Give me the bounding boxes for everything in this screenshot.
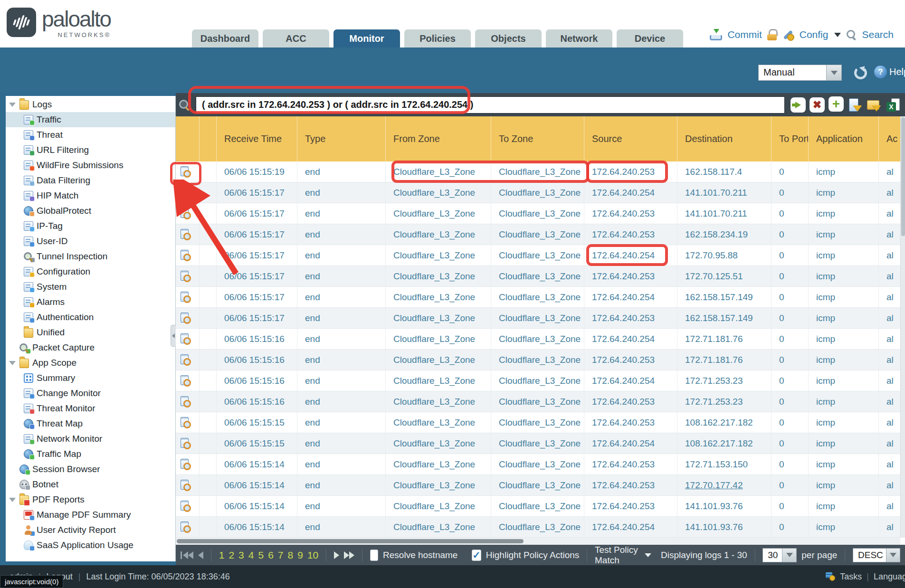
page-number[interactable]: 9	[297, 550, 303, 561]
sort-order-arrow-icon[interactable]	[886, 549, 900, 562]
refresh-icon[interactable]	[854, 66, 867, 79]
sidebar-item[interactable]: App Scope	[6, 355, 175, 370]
sidebar-item[interactable]: Logs	[6, 97, 175, 112]
tab-monitor[interactable]: Monitor	[333, 29, 400, 47]
table-row[interactable]: 06/06 15:15:16 end Cloudflare_L3_Zone Cl…	[176, 391, 900, 412]
sidebar-item[interactable]: Authentication	[6, 310, 175, 325]
last-page-button[interactable]	[344, 551, 354, 559]
sidebar-item[interactable]: Network Monitor	[6, 431, 175, 446]
table-row[interactable]: 06/06 15:15:17 end Cloudflare_L3_Zone Cl…	[176, 245, 900, 266]
refresh-mode-arrow-icon[interactable]	[826, 65, 841, 80]
sort-order-select[interactable]: DESC	[853, 548, 900, 562]
sidebar-item[interactable]: Threat	[6, 127, 175, 142]
table-row[interactable]: 06/06 15:15:15 end Cloudflare_L3_Zone Cl…	[176, 433, 900, 454]
sidebar-item[interactable]: PDF Reports	[6, 492, 175, 507]
tasks-button[interactable]: Tasks	[840, 572, 862, 582]
sidebar-item[interactable]: URL Filtering	[6, 142, 175, 158]
sidebar-item[interactable]: Botnet	[6, 477, 175, 492]
page-number[interactable]: 5	[258, 550, 264, 561]
page-number[interactable]: 4	[248, 550, 254, 561]
previous-page-button[interactable]	[198, 551, 203, 559]
sidebar-item[interactable]: Traffic Map	[6, 446, 175, 462]
table-row[interactable]: 06/06 15:15:17 end Cloudflare_L3_Zone Cl…	[176, 266, 900, 287]
table-row[interactable]: 06/06 15:15:17 end Cloudflare_L3_Zone Cl…	[176, 203, 900, 224]
column-from-zone[interactable]: From Zone	[386, 116, 491, 161]
commit-button[interactable]: Commit	[727, 29, 762, 40]
page-number[interactable]: 2	[229, 550, 234, 561]
table-row[interactable]: 06/06 15:15:17 end Cloudflare_L3_Zone Cl…	[176, 308, 900, 329]
sidebar-item[interactable]: Tunnel Inspection	[6, 249, 175, 264]
sidebar-item[interactable]: Configuration	[6, 264, 175, 279]
sidebar-item[interactable]: HIP Match	[6, 188, 175, 203]
table-row[interactable]: 06/06 15:15:16 end Cloudflare_L3_Zone Cl…	[176, 329, 900, 350]
table-row[interactable]: 06/06 15:15:17 end Cloudflare_L3_Zone Cl…	[176, 224, 900, 245]
column-type[interactable]: Type	[297, 116, 386, 161]
sidebar-item[interactable]: IP-Tag	[6, 218, 175, 234]
expander-icon[interactable]	[9, 103, 16, 107]
log-detail-icon[interactable]	[181, 480, 191, 491]
tab-device[interactable]: Device	[617, 29, 683, 47]
per-page-arrow-icon[interactable]	[782, 549, 796, 562]
sidebar-item[interactable]: WildFire Submissions	[6, 158, 175, 173]
log-detail-icon[interactable]	[181, 229, 191, 240]
sidebar-item[interactable]: Data Filtering	[6, 173, 175, 188]
sidebar-item[interactable]: Threat Map	[6, 416, 175, 431]
table-row[interactable]: 06/06 15:15:14 end Cloudflare_L3_Zone Cl…	[176, 454, 900, 475]
sidebar-item[interactable]: SaaS Application Usage	[6, 538, 175, 553]
log-detail-icon[interactable]	[181, 459, 191, 470]
log-detail-icon[interactable]	[181, 501, 191, 512]
config-button[interactable]: Config	[800, 29, 829, 40]
log-detail-icon[interactable]	[181, 292, 191, 303]
sidebar-item[interactable]: Summary	[6, 370, 175, 386]
horizontal-scrollbar-thumb[interactable]	[177, 539, 524, 543]
sidebar-collapse-handle[interactable]	[171, 325, 176, 347]
sidebar-item[interactable]: User Activity Report	[6, 522, 175, 538]
add-filter-button[interactable]: +	[829, 96, 844, 112]
column-receive-time[interactable]: Receive Time	[217, 116, 297, 161]
page-number[interactable]: 1	[219, 550, 225, 561]
resolve-hostname-checkbox[interactable]	[370, 550, 378, 561]
log-detail-icon[interactable]	[181, 333, 191, 345]
table-row[interactable]: 06/06 15:15:14 end Cloudflare_L3_Zone Cl…	[176, 517, 900, 538]
table-row[interactable]: 06/06 15:15:14 end Cloudflare_L3_Zone Cl…	[176, 475, 900, 496]
log-detail-icon[interactable]	[181, 313, 191, 324]
sidebar-item[interactable]: Session Browser	[6, 462, 175, 477]
tab-dashboard[interactable]: Dashboard	[192, 29, 258, 47]
sidebar-item[interactable]: Threat Monitor	[6, 401, 175, 416]
column-application[interactable]: Application	[809, 116, 879, 161]
clear-filter-button[interactable]: ✖	[810, 97, 825, 113]
table-row[interactable]: 06/06 15:15:19 end Cloudflare_L3_Zone Cl…	[176, 161, 900, 182]
sidebar-item[interactable]: Change Monitor	[6, 386, 175, 401]
apply-filter-button[interactable]	[791, 97, 806, 113]
column-source[interactable]: Source	[584, 116, 677, 161]
language-button[interactable]: Language	[874, 572, 905, 582]
table-row[interactable]: 06/06 15:15:16 end Cloudflare_L3_Zone Cl…	[176, 370, 900, 391]
column-to-port[interactable]: To Port	[772, 116, 809, 161]
sidebar-item[interactable]: Alarms	[6, 294, 175, 310]
log-detail-icon[interactable]	[181, 250, 191, 261]
table-row[interactable]: 06/06 15:15:15 end Cloudflare_L3_Zone Cl…	[176, 412, 900, 433]
page-number[interactable]: 3	[238, 550, 244, 561]
log-detail-icon[interactable]	[181, 438, 191, 449]
help-icon[interactable]	[874, 66, 887, 78]
highlight-policy-actions-checkbox[interactable]	[472, 550, 481, 561]
column-action[interactable]: Ac	[879, 116, 900, 161]
lock-icon[interactable]	[767, 29, 777, 40]
log-detail-icon[interactable]	[181, 396, 191, 408]
log-detail-icon[interactable]	[181, 166, 191, 178]
sidebar-item[interactable]: User-ID	[6, 234, 175, 249]
table-row[interactable]: 06/06 15:15:17 end Cloudflare_L3_Zone Cl…	[176, 287, 900, 308]
per-page-select[interactable]: 30	[762, 548, 797, 562]
tab-objects[interactable]: Objects	[475, 29, 542, 47]
log-detail-icon[interactable]	[181, 208, 191, 219]
filter-builder-icon[interactable]	[848, 97, 863, 113]
column-to-zone[interactable]: To Zone	[491, 116, 584, 161]
log-detail-icon[interactable]	[181, 417, 191, 428]
log-detail-icon[interactable]	[181, 354, 191, 366]
tab-acc[interactable]: ACC	[263, 29, 329, 47]
table-row[interactable]: 06/06 15:15:16 end Cloudflare_L3_Zone Cl…	[176, 350, 900, 370]
horizontal-scrollbar[interactable]	[176, 538, 900, 545]
next-page-button[interactable]	[334, 551, 339, 559]
first-page-button[interactable]	[181, 551, 193, 559]
page-number[interactable]: 6	[268, 550, 274, 561]
